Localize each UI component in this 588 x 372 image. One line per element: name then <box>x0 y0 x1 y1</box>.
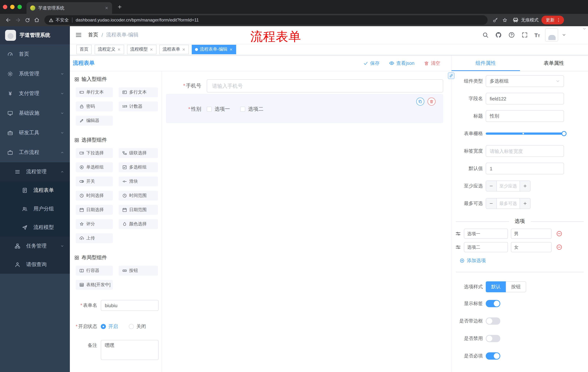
browser-tab[interactable]: 芋道管理系统 <box>27 2 112 14</box>
default-value-input[interactable] <box>486 163 564 174</box>
min-select-input[interactable] <box>496 181 520 191</box>
decrease-button[interactable] <box>486 181 496 191</box>
slider-handle[interactable] <box>561 131 567 136</box>
menu-dots-icon[interactable] <box>556 18 561 22</box>
palette-item-row-container[interactable]: 行容器 <box>76 266 113 276</box>
sidebar-item-workflow[interactable]: 工作流程 <box>0 143 70 162</box>
required-toggle[interactable] <box>486 352 500 360</box>
corner-chevron-icon[interactable] <box>582 27 587 31</box>
font-size-icon[interactable]: T T <box>534 32 540 38</box>
selected-component[interactable]: *性别 选项一 选项二 <box>166 94 443 123</box>
tag-home[interactable]: 首页 <box>76 45 92 54</box>
palette-item-counter[interactable]: 123 计数器 <box>119 102 158 111</box>
option-label-input[interactable] <box>464 229 508 239</box>
label-width-input[interactable] <box>486 145 564 157</box>
close-window-button[interactable] <box>3 5 7 9</box>
palette-item-button[interactable]: 按钮 <box>119 266 158 276</box>
border-toggle[interactable] <box>486 317 500 325</box>
tag-process-definition[interactable]: 流程定义 <box>94 45 124 54</box>
copy-component-button[interactable] <box>416 97 424 106</box>
increase-button[interactable] <box>520 181 530 191</box>
field-name-input[interactable] <box>486 93 564 105</box>
security-label[interactable]: 不安全 <box>56 17 69 23</box>
drag-handle-icon[interactable] <box>455 244 461 250</box>
sidebar-logo[interactable]: 芋道管理系统 <box>0 26 70 44</box>
add-option-button[interactable]: 添加选项 <box>460 257 588 264</box>
close-icon[interactable] <box>117 47 121 51</box>
bookmark-star-icon[interactable] <box>500 15 509 25</box>
disabled-toggle[interactable] <box>486 335 500 342</box>
back-icon[interactable] <box>4 15 13 25</box>
palette-item-color-picker[interactable]: 颜色选择 <box>119 219 158 229</box>
view-json-button[interactable]: 查看json <box>389 60 414 66</box>
palette-item-upload[interactable]: 上传 <box>76 233 113 243</box>
reload-icon[interactable] <box>22 15 32 25</box>
grid-slider[interactable] <box>486 128 564 139</box>
palette-item-select[interactable]: 下拉选择 <box>76 148 113 158</box>
help-icon[interactable] <box>508 32 515 38</box>
tag-process-form[interactable]: 流程表单 <box>159 45 189 54</box>
tab-close-icon[interactable] <box>105 6 108 10</box>
home-icon[interactable] <box>32 15 42 25</box>
link-icon[interactable] <box>448 73 454 79</box>
caret-down-icon[interactable] <box>562 33 566 37</box>
sidebar-item-process-form[interactable]: 流程表单 <box>0 181 70 200</box>
sidebar-item-task-manage[interactable]: 任务管理 <box>0 237 70 255</box>
remove-option-button[interactable] <box>556 244 563 250</box>
increase-button[interactable] <box>520 198 530 209</box>
phone-input[interactable] <box>207 79 443 93</box>
drag-handle-icon[interactable] <box>455 231 461 237</box>
checkbox-option-2[interactable]: 选项二 <box>240 106 263 112</box>
style-button-button[interactable]: 按钮 <box>506 281 526 292</box>
sidebar-item-process-manage[interactable]: 流程管理 <box>0 162 70 181</box>
form-name-input[interactable] <box>101 300 159 311</box>
palette-item-rate[interactable]: 评分 <box>76 219 113 229</box>
avatar[interactable] <box>545 28 558 42</box>
sidebar-item-devtools[interactable]: 研发工具 <box>0 123 70 143</box>
sidebar-item-home[interactable]: 首页 <box>0 44 70 64</box>
palette-item-checkbox-group[interactable]: 多选框组 <box>119 162 158 172</box>
tag-process-form-edit[interactable]: 流程表单-编辑 <box>192 45 236 54</box>
close-icon[interactable] <box>229 47 233 51</box>
close-icon[interactable] <box>182 47 186 51</box>
sidebar-item-user-group[interactable]: 用户分组 <box>0 200 70 218</box>
update-button[interactable]: 更新 <box>541 16 564 24</box>
decrease-button[interactable] <box>486 198 496 209</box>
radio-off[interactable]: 关闭 <box>129 323 146 330</box>
palette-item-password[interactable]: 密码 <box>76 102 113 111</box>
address-bar[interactable]: 不安全 dashboard.yudao.iocoder.cn/bpm/manag… <box>44 15 488 25</box>
palette-item-date-range[interactable]: 日期范围 <box>119 205 158 215</box>
palette-item-table[interactable]: 表格[开发中] <box>76 280 113 290</box>
style-default-button[interactable]: 默认 <box>486 281 506 292</box>
palette-item-switch[interactable]: 开关 <box>76 177 113 186</box>
radio-on[interactable]: 开启 <box>101 323 118 330</box>
tab-component-props[interactable]: 组件属性 <box>452 55 520 71</box>
zoom-window-button[interactable] <box>18 5 22 9</box>
sidebar-item-system[interactable]: 系统管理 <box>0 64 70 84</box>
palette-item-slider[interactable]: 滑块 <box>119 177 158 186</box>
sidebar-item-process-model[interactable]: 流程模型 <box>0 218 70 237</box>
forward-icon[interactable] <box>13 15 22 25</box>
phone-field[interactable]: *手机号 <box>166 79 443 93</box>
palette-item-time-picker[interactable]: 时间选择 <box>76 191 113 201</box>
tab-form-props[interactable]: 表单属性 <box>520 55 588 71</box>
delete-component-button[interactable] <box>428 97 436 106</box>
minimize-window-button[interactable] <box>10 5 15 9</box>
title-input[interactable] <box>486 110 564 122</box>
clear-button[interactable]: 清空 <box>424 60 440 66</box>
form-remark-textarea[interactable]: 嘿嘿 <box>101 340 159 360</box>
key-icon[interactable] <box>491 15 500 25</box>
save-button[interactable]: 保存 <box>363 60 379 66</box>
sidebar-item-leave-query[interactable]: 请假查询 <box>0 255 70 274</box>
hamburger-icon[interactable] <box>75 31 82 39</box>
option-value-input[interactable] <box>511 229 552 239</box>
sidebar-item-infrastructure[interactable]: 基础设施 <box>0 103 70 123</box>
sidebar-item-payment[interactable]: ¥ 支付管理 <box>0 84 70 103</box>
palette-item-radio-group[interactable]: 单选框组 <box>76 162 113 172</box>
palette-item-editor[interactable]: 编辑器 <box>76 116 113 126</box>
tag-process-model[interactable]: 流程模型 <box>127 45 157 54</box>
option-label-input[interactable] <box>464 242 508 252</box>
checkbox-option-1[interactable]: 选项一 <box>207 106 230 112</box>
palette-item-cascade[interactable]: 级联选择 <box>119 148 158 158</box>
github-icon[interactable] <box>495 32 502 38</box>
